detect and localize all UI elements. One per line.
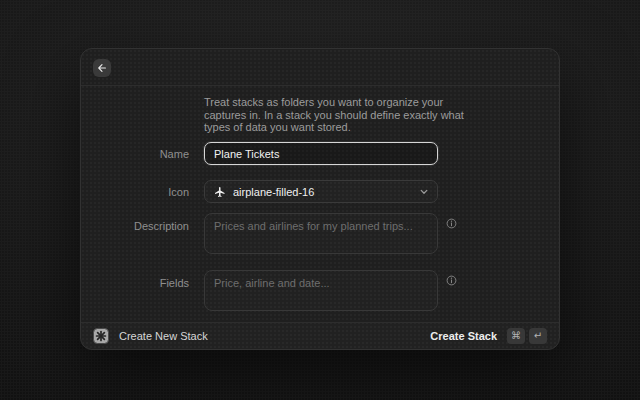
form-row-fields: Fields bbox=[81, 270, 559, 311]
fields-label: Fields bbox=[81, 270, 189, 311]
action-bar: Create New Stack Create Stack ⌘ ↵ bbox=[81, 322, 559, 349]
dialog-body: Treat stacks as folders you want to orga… bbox=[81, 86, 559, 322]
create-stack-label: Create Stack bbox=[430, 330, 497, 342]
form-row-name: Name bbox=[81, 142, 559, 165]
airplane-icon bbox=[214, 186, 226, 198]
icon-dropdown[interactable]: airplane-filled-16 bbox=[204, 180, 438, 203]
arrow-left-icon bbox=[97, 63, 107, 73]
return-key-icon: ↵ bbox=[529, 328, 547, 344]
form-row-description: Description bbox=[81, 213, 559, 254]
icon-label: Icon bbox=[81, 186, 189, 198]
back-button[interactable] bbox=[93, 59, 111, 77]
description-textarea[interactable] bbox=[204, 213, 438, 254]
name-label: Name bbox=[81, 148, 189, 160]
description-label: Description bbox=[81, 213, 189, 254]
stacks-app-icon bbox=[93, 328, 109, 344]
form-row-icon: Icon airplane-filled-16 bbox=[81, 180, 559, 203]
dialog-header bbox=[81, 49, 559, 86]
info-icon bbox=[446, 275, 457, 311]
desktop-backdrop: Treat stacks as folders you want to orga… bbox=[0, 0, 640, 400]
footer-app-info: Create New Stack bbox=[93, 328, 208, 344]
create-stack-action[interactable]: Create Stack ⌘ ↵ bbox=[430, 328, 547, 344]
chevron-down-icon bbox=[420, 189, 428, 195]
info-icon bbox=[446, 218, 457, 254]
name-input[interactable] bbox=[204, 142, 438, 165]
command-key-icon: ⌘ bbox=[507, 328, 525, 344]
intro-text: Treat stacks as folders you want to orga… bbox=[204, 96, 466, 134]
icon-dropdown-value: airplane-filled-16 bbox=[233, 186, 314, 198]
create-stack-dialog: Treat stacks as folders you want to orga… bbox=[80, 48, 560, 350]
footer-app-title: Create New Stack bbox=[119, 330, 208, 342]
fields-textarea[interactable] bbox=[204, 270, 438, 311]
